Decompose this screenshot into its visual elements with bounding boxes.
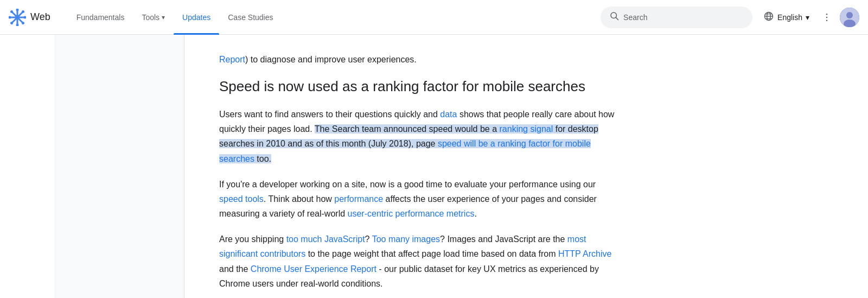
- svg-point-6: [22, 10, 24, 13]
- paragraph-1: Users want to find answers to their ques…: [219, 107, 616, 166]
- page-layout: Report) to diagnose and improve user exp…: [54, 35, 814, 298]
- p3-link-javascript[interactable]: too much JavaScript: [286, 234, 365, 244]
- search-icon: [609, 11, 619, 23]
- p3-text-2: ?: [365, 234, 372, 244]
- report-link[interactable]: Report: [219, 55, 245, 64]
- logo-icon: [9, 9, 26, 26]
- p1-link-ranking-signal[interactable]: ranking signal: [500, 124, 553, 134]
- navbar: Web Fundamentals Tools ▾ Updates Case St…: [0, 0, 868, 35]
- nav-updates[interactable]: Updates: [174, 0, 219, 35]
- svg-point-7: [10, 22, 13, 24]
- p1-text-1: Users want to find answers to their ques…: [219, 110, 440, 119]
- main-content: Report) to diagnose and improve user exp…: [184, 35, 651, 298]
- more-menu-button[interactable]: [816, 7, 838, 28]
- globe-icon: [763, 11, 774, 23]
- p2-text-2: . Think about how: [264, 194, 334, 204]
- p2-link-performance[interactable]: performance: [334, 194, 383, 204]
- p3-link-images[interactable]: Too many images: [372, 234, 440, 244]
- svg-point-15: [826, 13, 828, 15]
- p3-text-1: Are you shipping: [219, 234, 286, 244]
- logo-text: Web: [30, 11, 50, 23]
- svg-point-17: [826, 20, 828, 21]
- language-label: English: [777, 13, 802, 22]
- sidebar: [54, 35, 184, 298]
- p3-text-4: to the page weight that affect page load…: [305, 249, 558, 258]
- p3-link-http-archive[interactable]: HTTP Archive: [558, 249, 611, 258]
- p2-text-4: .: [474, 209, 476, 218]
- p3-text-5: and the: [219, 264, 251, 274]
- p1-link-data[interactable]: data: [440, 110, 457, 119]
- paragraph-3: Are you shipping too much JavaScript? To…: [219, 232, 616, 291]
- nav-tools[interactable]: Tools ▾: [133, 0, 174, 35]
- p2-link-metrics[interactable]: user-centric performance metrics: [348, 209, 475, 218]
- tools-dropdown-icon: ▾: [162, 14, 165, 21]
- top-partial-text: ) to diagnose and improve user experienc…: [245, 55, 417, 64]
- user-avatar[interactable]: [840, 8, 859, 27]
- svg-line-9: [616, 17, 618, 20]
- svg-point-4: [10, 10, 13, 13]
- svg-point-19: [846, 12, 853, 18]
- p2-link-speed-tools[interactable]: speed tools: [219, 194, 264, 204]
- p2-text-1: If you're a developer working on a site,…: [219, 180, 596, 189]
- nav-case-studies[interactable]: Case Studies: [219, 0, 282, 35]
- search-placeholder: Search: [623, 13, 647, 22]
- svg-point-5: [22, 22, 24, 24]
- search-box[interactable]: Search: [601, 7, 752, 28]
- p3-text-3: ? Images and JavaScript are the: [440, 234, 567, 244]
- paragraph-2: If you're a developer working on a site,…: [219, 177, 616, 221]
- svg-point-3: [24, 16, 27, 18]
- logo-link[interactable]: Web: [9, 9, 50, 26]
- p3-link-chrome-report[interactable]: Chrome User Experience Report: [251, 264, 376, 274]
- p1-selected-3: too.: [254, 154, 271, 163]
- svg-point-0: [16, 9, 19, 11]
- p1-selected-1: The Search team announced speed would be…: [315, 124, 500, 134]
- svg-point-16: [826, 16, 828, 18]
- section-heading: Speed is now used as a ranking factor fo…: [219, 78, 616, 96]
- top-partial-paragraph: Report) to diagnose and improve user exp…: [219, 52, 616, 67]
- nav-links: Fundamentals Tools ▾ Updates Case Studie…: [68, 0, 334, 35]
- svg-point-2: [9, 16, 11, 18]
- nav-fundamentals[interactable]: Fundamentals: [68, 0, 133, 35]
- language-selector[interactable]: English ▾: [757, 7, 816, 28]
- svg-point-1: [16, 23, 19, 26]
- language-dropdown-icon: ▾: [806, 13, 809, 22]
